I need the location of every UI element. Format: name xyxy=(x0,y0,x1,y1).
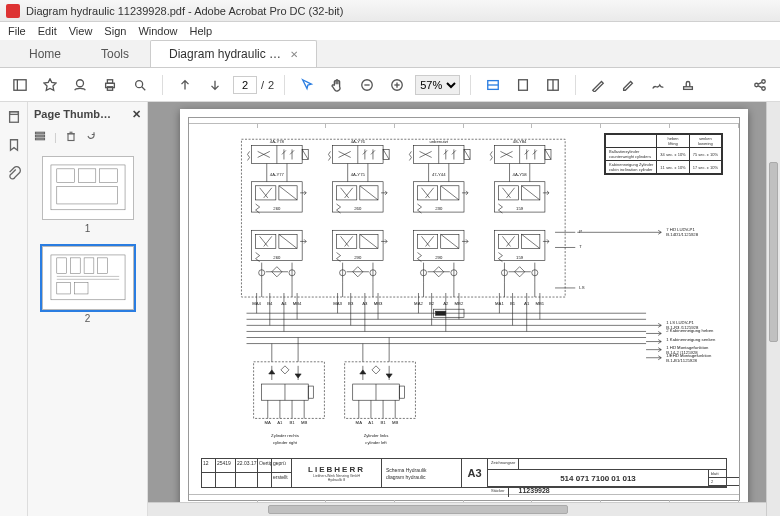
thumbnails-options-icon[interactable] xyxy=(34,130,46,144)
attachments-rail-button[interactable] xyxy=(5,164,23,182)
zoom-out-button[interactable] xyxy=(355,73,379,97)
svg-text:47-Y44: 47-Y44 xyxy=(432,172,446,177)
thumbnails-tools: | xyxy=(28,126,147,148)
selection-tool-button[interactable] xyxy=(295,73,319,97)
svg-text:A1: A1 xyxy=(277,421,283,426)
svg-rect-5 xyxy=(107,86,112,90)
thumbnail-page-2[interactable]: 2 xyxy=(42,246,134,324)
company-logo: LIEBHERR Liebherr-Werk Nenzing GmbH Hydr… xyxy=(292,459,382,487)
svg-line-23 xyxy=(758,85,762,87)
svg-text:A1: A1 xyxy=(368,421,374,426)
page-down-button[interactable] xyxy=(203,73,227,97)
revision-table: 122541922.03.17Oertig.Sgeprü erstellt xyxy=(202,459,292,487)
svg-text:B2: B2 xyxy=(429,301,435,306)
toolbar: / 2 57% xyxy=(0,68,780,102)
sign-button[interactable] xyxy=(646,73,670,97)
menu-view[interactable]: View xyxy=(69,25,93,37)
tab-close-icon[interactable]: ✕ xyxy=(290,49,298,60)
document-viewport[interactable]: heben lifting senken lowering Ballastier… xyxy=(148,102,780,516)
hand-tool-button[interactable] xyxy=(325,73,349,97)
svg-text:260: 260 xyxy=(354,206,362,211)
save-button[interactable] xyxy=(68,73,92,97)
horizontal-scrollbar[interactable] xyxy=(148,502,766,516)
svg-text:B4: B4 xyxy=(267,301,273,306)
svg-rect-26 xyxy=(36,132,45,134)
svg-text:230: 230 xyxy=(435,206,443,211)
svg-text:A2: A2 xyxy=(443,301,449,306)
print-button[interactable] xyxy=(98,73,122,97)
thumbnails-close-icon[interactable]: ✕ xyxy=(132,108,141,121)
nav-rail xyxy=(0,102,28,516)
svg-text:MA3: MA3 xyxy=(333,301,342,306)
page-total: 2 xyxy=(268,79,274,91)
hydraulic-schematic: 4A-Y784A-Y77260260MA4B4A4MB44A-Y764A-Y75… xyxy=(201,130,727,456)
svg-text:159: 159 xyxy=(516,206,524,211)
svg-line-52 xyxy=(302,149,308,159)
stamp-button[interactable] xyxy=(676,73,700,97)
menu-help[interactable]: Help xyxy=(190,25,213,37)
svg-rect-220 xyxy=(308,386,313,398)
menu-sign[interactable]: Sign xyxy=(104,25,126,37)
svg-line-128 xyxy=(441,186,459,200)
tab-strip: Home Tools Diagram hydraulic … ✕ xyxy=(0,40,780,68)
share-button[interactable] xyxy=(748,73,772,97)
thumbnails-title: Page Thumb… xyxy=(34,108,111,120)
svg-rect-161 xyxy=(498,186,518,200)
tab-document[interactable]: Diagram hydraulic … ✕ xyxy=(150,40,317,67)
svg-rect-34 xyxy=(78,169,96,183)
thumbnail-label-1: 1 xyxy=(85,223,91,234)
thumbnails-list[interactable]: 1 2 xyxy=(28,148,147,516)
thumbnails-delete-icon[interactable] xyxy=(65,130,77,144)
svg-text:A4: A4 xyxy=(281,301,287,306)
svg-text:cylinder left: cylinder left xyxy=(365,440,387,445)
svg-text:4A-Y76: 4A-Y76 xyxy=(351,139,366,144)
svg-point-21 xyxy=(762,86,766,90)
svg-text:P: P xyxy=(579,229,582,234)
annotate-button[interactable] xyxy=(586,73,610,97)
page-up-button[interactable] xyxy=(173,73,197,97)
svg-text:MA2: MA2 xyxy=(414,301,423,306)
svg-text:2  Kabinenneigung heben: 2 Kabinenneigung heben xyxy=(666,328,714,333)
highlight-button[interactable] xyxy=(616,73,640,97)
fit-page-button[interactable] xyxy=(511,73,535,97)
menu-bar: File Edit View Sign Window Help xyxy=(0,22,780,40)
bookmarks-rail-button[interactable] xyxy=(5,136,23,154)
svg-text:260: 260 xyxy=(273,255,281,260)
svg-rect-131 xyxy=(417,234,437,248)
fit-width-button[interactable] xyxy=(481,73,505,97)
tab-home[interactable]: Home xyxy=(10,40,80,67)
zoom-in-button[interactable] xyxy=(385,73,409,97)
thumbnails-rotate-icon[interactable] xyxy=(85,130,97,144)
sidebar-toggle-button[interactable] xyxy=(8,73,32,97)
svg-text:A3: A3 xyxy=(362,301,368,306)
thumbnails-rail-button[interactable] xyxy=(5,108,23,126)
svg-text:cylinder right: cylinder right xyxy=(273,440,298,445)
svg-rect-216 xyxy=(436,311,446,315)
app-icon xyxy=(6,4,20,18)
svg-text:Zylinder links: Zylinder links xyxy=(364,433,389,438)
vertical-scrollbar[interactable] xyxy=(766,102,780,516)
page-indicator: / 2 xyxy=(233,76,274,94)
tab-document-label: Diagram hydraulic … xyxy=(169,47,281,61)
menu-window[interactable]: Window xyxy=(138,25,177,37)
menu-edit[interactable]: Edit xyxy=(38,25,57,37)
svg-rect-36 xyxy=(56,186,116,204)
svg-rect-33 xyxy=(56,169,74,183)
svg-line-98 xyxy=(360,234,378,248)
zoom-select[interactable]: 57% xyxy=(415,75,460,95)
svg-text:MA4: MA4 xyxy=(252,301,261,306)
search-button[interactable] xyxy=(128,73,152,97)
page-separator: / xyxy=(261,79,264,91)
svg-text:Zylinder rechts: Zylinder rechts xyxy=(271,433,299,438)
svg-text:MB: MB xyxy=(301,421,308,426)
svg-point-6 xyxy=(136,80,143,87)
page-current-input[interactable] xyxy=(233,76,257,94)
star-button[interactable] xyxy=(38,73,62,97)
svg-rect-28 xyxy=(36,138,45,140)
menu-file[interactable]: File xyxy=(8,25,26,37)
svg-line-133 xyxy=(441,234,459,248)
read-mode-button[interactable] xyxy=(541,73,565,97)
tab-tools[interactable]: Tools xyxy=(82,40,148,67)
svg-rect-25 xyxy=(9,112,18,115)
thumbnail-page-1[interactable]: 1 xyxy=(42,156,134,234)
